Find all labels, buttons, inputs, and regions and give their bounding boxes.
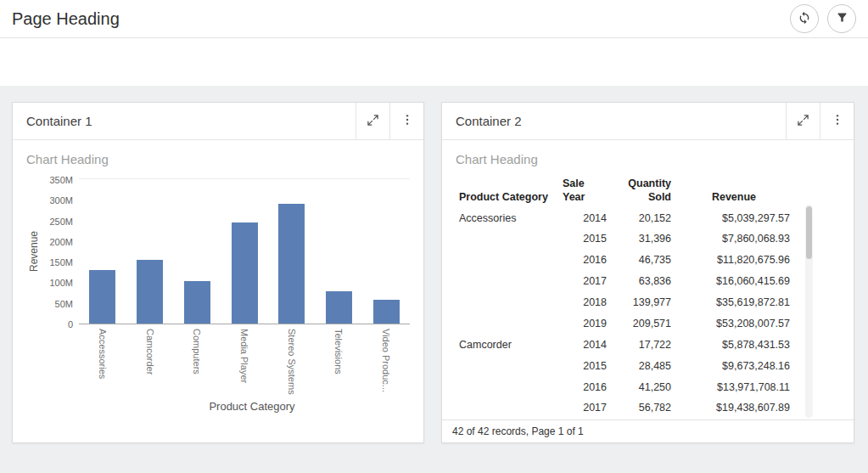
container-1-expand-button[interactable] xyxy=(356,103,389,139)
refresh-icon xyxy=(798,11,811,27)
container-1-title: Container 1 xyxy=(13,103,356,139)
chart-bar[interactable] xyxy=(278,204,305,324)
table-row: Camcorder201417,722$5,878,431.53 xyxy=(456,335,793,356)
y-tick-label: 300M xyxy=(49,196,73,206)
table-cell: 123,972 xyxy=(610,419,675,420)
dashboard-canvas: Container 1 Chart Heading Revenue xyxy=(0,86,868,473)
container-2-menu-button[interactable] xyxy=(820,103,854,139)
x-tick-slot: Computers xyxy=(173,324,221,395)
table-cell: 2015 xyxy=(559,228,610,250)
bar-chart: Revenue 050M100M150M200M250M300M350M Acc… xyxy=(26,178,410,413)
container-1-header: Container 1 xyxy=(13,103,423,140)
x-axis-label: Product Category xyxy=(42,400,410,413)
table-record-status: 42 of 42 records, Page 1 of 1 xyxy=(442,420,854,442)
x-tick-slot: Accessories xyxy=(79,324,126,395)
x-tick-label: Televisions xyxy=(333,329,344,395)
table-cell: 31,396 xyxy=(610,228,675,250)
table-scrollbar[interactable] xyxy=(805,205,813,418)
table-cell: $53,208,007.57 xyxy=(675,313,793,335)
x-tick-slot: Camcorder xyxy=(126,324,174,395)
y-tick-label: 50M xyxy=(55,299,73,308)
table-cell: Accessories xyxy=(456,208,559,229)
table-cell: 2016 xyxy=(559,377,610,398)
table-cell: 209,571 xyxy=(610,313,675,335)
container-2-body: Chart Heading Product CategorySale YearQ… xyxy=(442,140,854,420)
table-row: 201641,250$13,971,708.11 xyxy=(456,377,793,398)
container-2: Container 2 Chart Heading Product Catego… xyxy=(441,102,854,443)
filter-icon xyxy=(836,11,848,26)
refresh-button[interactable] xyxy=(790,4,819,33)
x-tick-slot: Video Produc... xyxy=(362,324,410,395)
table-header-cell: Revenue xyxy=(675,175,793,208)
toolbar-strip xyxy=(0,38,868,86)
table-cell: 139,977 xyxy=(610,292,675,313)
table-cell: 2018 xyxy=(559,419,610,420)
table-cell xyxy=(456,356,559,377)
table-cell: 17,722 xyxy=(610,335,675,356)
y-tick-label: 0 xyxy=(68,320,73,329)
scrollbar-thumb[interactable] xyxy=(806,206,812,259)
container-1: Container 1 Chart Heading Revenue xyxy=(12,102,424,443)
x-tick-label: Camcorder xyxy=(145,329,155,395)
table-cell xyxy=(456,377,559,398)
x-ticks-row: AccessoriesCamcorderComputersMedia Playe… xyxy=(42,324,410,395)
chart-bar[interactable] xyxy=(89,270,115,324)
x-tick-slot: Media Player xyxy=(221,324,268,395)
table-cell: Camcorder xyxy=(456,335,559,356)
table-cell: $7,860,068.93 xyxy=(675,228,793,250)
table-cell: $16,060,415.69 xyxy=(675,271,793,292)
y-tick-label: 150M xyxy=(49,258,73,267)
chart-bar[interactable] xyxy=(232,222,258,324)
chart-bar[interactable] xyxy=(184,281,210,324)
x-tick-label: Stereo Systems xyxy=(287,329,297,395)
table-row: 2019209,571$53,208,007.57 xyxy=(456,313,793,335)
container-2-expand-button[interactable] xyxy=(786,103,820,139)
y-tick-label: 250M xyxy=(49,217,73,226)
container-2-title: Container 2 xyxy=(442,103,786,139)
table-head-row: Product CategorySale YearQuantity SoldRe… xyxy=(456,175,793,208)
table-cell: $19,438,607.89 xyxy=(675,397,793,419)
chart-main: 050M100M150M200M250M300M350M Accessories… xyxy=(42,178,410,413)
filter-button[interactable] xyxy=(827,4,856,33)
table-cell xyxy=(456,313,559,335)
y-tick-label: 200M xyxy=(49,237,73,246)
table-cell xyxy=(456,397,559,419)
table-row: Accessories201420,152$5,039,297.57 xyxy=(456,208,793,229)
table-cell: 2017 xyxy=(559,271,610,292)
data-table-wrap: Product CategorySale YearQuantity SoldRe… xyxy=(456,175,793,420)
y-axis-label: Revenue xyxy=(28,178,40,324)
table-row: 2018123,972$42,396,539.60 xyxy=(456,419,793,420)
table-row: 201646,735$11,820,675.96 xyxy=(456,250,793,271)
y-tick-label: 350M xyxy=(49,176,73,185)
chart-heading: Chart Heading xyxy=(456,152,840,166)
bar-slot xyxy=(173,179,221,324)
table-cell: $5,878,431.53 xyxy=(675,335,793,356)
x-axis-ticks: AccessoriesCamcorderComputersMedia Playe… xyxy=(79,324,410,395)
kebab-menu-icon xyxy=(400,113,414,129)
table-cell: 2017 xyxy=(559,397,610,419)
table-row: 201756,782$19,438,607.89 xyxy=(456,397,793,419)
bar-slot xyxy=(221,179,268,324)
table-cell: 2014 xyxy=(559,335,610,356)
table-row: 201763,836$16,060,415.69 xyxy=(456,271,793,292)
chart-bar[interactable] xyxy=(326,291,352,324)
y-axis-ticks: 050M100M150M200M250M300M350M xyxy=(42,178,79,324)
x-tick-slot: Stereo Systems xyxy=(268,324,316,395)
x-tick-label: Media Player xyxy=(239,329,249,395)
container-1-menu-button[interactable] xyxy=(389,103,423,139)
table-cell: 41,250 xyxy=(610,377,675,398)
bar-slot xyxy=(268,179,316,324)
table-cell: 2014 xyxy=(559,208,610,229)
bar-slot xyxy=(316,179,363,324)
table-cell: $9,673,248.16 xyxy=(675,356,793,377)
table-cell xyxy=(456,292,559,313)
table-cell: $11,820,675.96 xyxy=(675,250,793,271)
x-tick-label: Video Produc... xyxy=(381,329,391,395)
page-title: Page Heading xyxy=(12,9,120,29)
page-header: Page Heading xyxy=(0,0,868,38)
table-cell xyxy=(456,419,559,420)
chart-bar[interactable] xyxy=(373,300,400,324)
chart-bar[interactable] xyxy=(137,260,163,324)
container-2-header: Container 2 xyxy=(442,103,854,140)
table-cell: 2015 xyxy=(559,356,610,377)
